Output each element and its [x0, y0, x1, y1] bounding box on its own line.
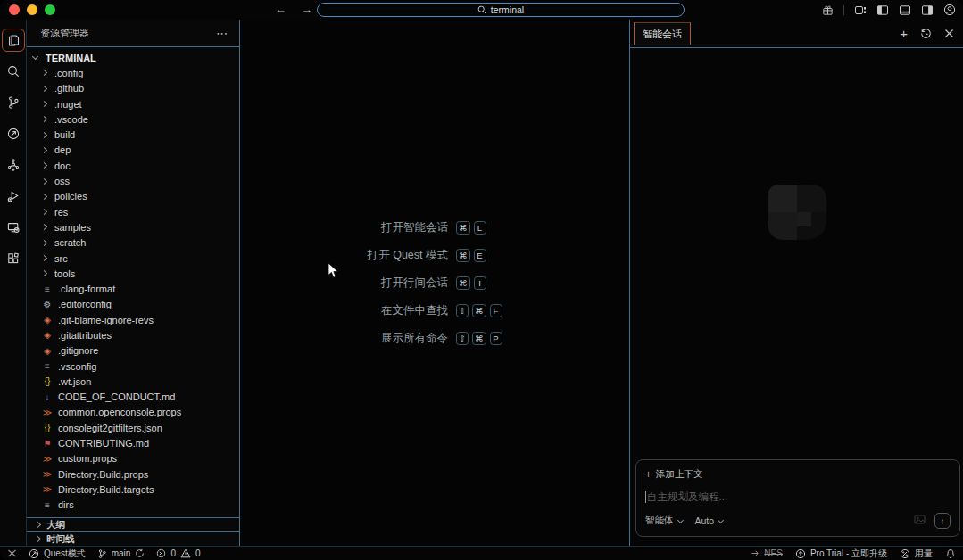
remote-indicator[interactable] [7, 548, 17, 558]
tree-file-CODE_OF_CONDUCT.md[interactable]: ↓CODE_OF_CONDUCT.md [27, 390, 239, 405]
tree-file-.wt.json[interactable]: {}.wt.json [27, 374, 239, 389]
tree-folder-doc[interactable]: doc [27, 158, 239, 173]
shortcut-row: 在文件中查找⇧⌘F [331, 303, 538, 318]
back-button[interactable]: ← [275, 0, 286, 20]
command-center-search[interactable]: terminal [317, 3, 685, 17]
tree-folder-.github[interactable]: .github [27, 81, 239, 96]
tree-folder-build[interactable]: build [27, 127, 239, 142]
forward-button[interactable]: → [301, 0, 312, 20]
activity-explorer-button[interactable] [0, 24, 27, 55]
new-chat-icon[interactable]: + [900, 26, 908, 41]
tree-file-.gitattributes[interactable]: ◈.gitattributes [27, 327, 239, 342]
tree-folder-oss[interactable]: oss [27, 173, 239, 188]
branch-icon [97, 548, 107, 559]
tree-item-label: .nuget [54, 99, 82, 110]
problems-status[interactable]: 0 0 [156, 548, 200, 558]
send-button[interactable]: ↑ [934, 513, 951, 529]
chevron-down-icon [677, 516, 683, 523]
nes-status[interactable]: NES [751, 548, 783, 558]
tree-folder-.config[interactable]: .config [27, 65, 239, 80]
tree-folder-res[interactable]: res [27, 204, 239, 219]
chat-input[interactable]: + 添加上下文 自主规划及编程... 智能体 Auto [635, 459, 960, 537]
model-dropdown[interactable]: Auto [695, 515, 724, 526]
usage-status[interactable]: 用量 [900, 548, 933, 560]
gift-icon[interactable] [822, 4, 834, 16]
tree-folder-policies[interactable]: policies [27, 189, 239, 204]
tree-item-label: .git-blame-ignore-revs [58, 315, 154, 325]
chevron-right-icon [41, 224, 47, 230]
search-icon [477, 5, 486, 14]
account-icon[interactable] [943, 4, 956, 16]
tree-file-consolegit2gitfilters.json[interactable]: {}consolegit2gitfilters.json [27, 420, 239, 435]
more-actions-icon[interactable]: ⋯ [216, 27, 228, 40]
quest-compass-icon [2, 122, 25, 145]
tree-item-label: .vsconfig [58, 361, 96, 372]
usage-icon [900, 548, 910, 559]
maximize-window-button[interactable] [45, 4, 55, 15]
chevron-right-icon [41, 162, 47, 169]
activity-extensions-button[interactable] [0, 243, 27, 274]
section-outline[interactable]: 大纲 [27, 517, 239, 531]
chevron-right-icon [41, 255, 47, 261]
tree-items: .config.github.nuget.vscodebuilddepdocos… [27, 65, 239, 513]
git-branch-status[interactable]: main [97, 548, 145, 559]
pro-trial-upgrade[interactable]: Pro Trial - 立即升级 [795, 548, 887, 560]
image-icon[interactable] [914, 513, 926, 529]
tree-item-label: .clang-format [58, 284, 115, 294]
tree-file-dirs[interactable]: ≡dirs [27, 498, 239, 513]
shortcut-label: 在文件中查找 [331, 303, 456, 318]
notifications[interactable] [945, 548, 956, 559]
minimize-window-button[interactable] [27, 4, 37, 15]
key-cap: ⌘ [456, 249, 470, 262]
tree-folder-.nuget[interactable]: .nuget [27, 96, 239, 111]
toggle-left-sidebar-icon[interactable] [876, 4, 889, 16]
trae-logo-watermark [759, 174, 835, 251]
activity-source-control-button[interactable] [0, 86, 27, 118]
search-icon [2, 60, 25, 83]
activity-agents-button[interactable] [0, 149, 27, 180]
key-cap: ⇧ [456, 332, 469, 345]
tree-file-.git-blame-ignore-revs[interactable]: ◈.git-blame-ignore-revs [27, 312, 239, 327]
tree-folder-samples[interactable]: samples [27, 219, 239, 235]
add-context-button[interactable]: + 添加上下文 [645, 468, 951, 481]
chevron-right-icon [41, 270, 47, 276]
tree-file-.clang-format[interactable]: ≡.clang-format [27, 281, 239, 296]
tree-folder-tools[interactable]: tools [27, 266, 239, 281]
tree-folder-src[interactable]: src [27, 251, 239, 266]
tree-file-Directory.Build.targets[interactable]: ≫Directory.Build.targets [27, 482, 239, 497]
key-cap: ⌘ [472, 304, 486, 317]
search-value: terminal [491, 4, 524, 15]
tree-file-custom.props[interactable]: ≫custom.props [27, 451, 239, 466]
tree-item-label: res [54, 207, 68, 218]
chat-tab[interactable]: 智能会话 [634, 22, 691, 45]
close-window-button[interactable] [9, 4, 20, 15]
toggle-right-sidebar-icon[interactable] [921, 4, 934, 16]
tree-file-common.openconsole.props[interactable]: ≫common.openconsole.props [27, 405, 239, 420]
tree-folder-dep[interactable]: dep [27, 143, 239, 158]
tree-root-terminal[interactable]: TERMINAL [27, 50, 239, 65]
activity-search-button[interactable] [0, 55, 27, 86]
quest-mode-status[interactable]: Quest模式 [29, 548, 86, 560]
tree-folder-scratch[interactable]: scratch [27, 235, 239, 251]
files-icon [2, 29, 25, 52]
key-cap: ⌘ [456, 221, 470, 235]
tree-folder-.vscode[interactable]: .vscode [27, 111, 239, 127]
chevron-right-icon [41, 209, 47, 215]
agent-dropdown[interactable]: 智能体 [645, 515, 683, 527]
section-timeline[interactable]: 时间线 [27, 531, 239, 546]
chat-input-placeholder[interactable]: 自主规划及编程... [645, 490, 951, 504]
file-tree: TERMINAL .config.github.nuget.vscodebuil… [27, 47, 239, 517]
toggle-bottom-panel-icon[interactable] [899, 4, 911, 16]
close-panel-icon[interactable] [944, 29, 954, 38]
history-icon[interactable] [920, 28, 932, 39]
editor-groups-icon[interactable] [854, 4, 867, 16]
activity-run-debug-button[interactable] [0, 180, 27, 211]
tree-file-.gitignore[interactable]: ◈.gitignore [27, 343, 239, 358]
tree-file-CONTRIBUTING.md[interactable]: ⚑CONTRIBUTING.md [27, 435, 239, 450]
tree-file-.editorconfig[interactable]: ⚙.editorconfig [27, 297, 239, 312]
tree-item-label: policies [54, 191, 87, 202]
activity-remote-explorer-button[interactable] [0, 211, 27, 243]
tree-file-Directory.Build.props[interactable]: ≫Directory.Build.props [27, 466, 239, 482]
tree-file-.vsconfig[interactable]: ≡.vsconfig [27, 358, 239, 374]
activity-quest-mode-button[interactable] [0, 118, 27, 149]
